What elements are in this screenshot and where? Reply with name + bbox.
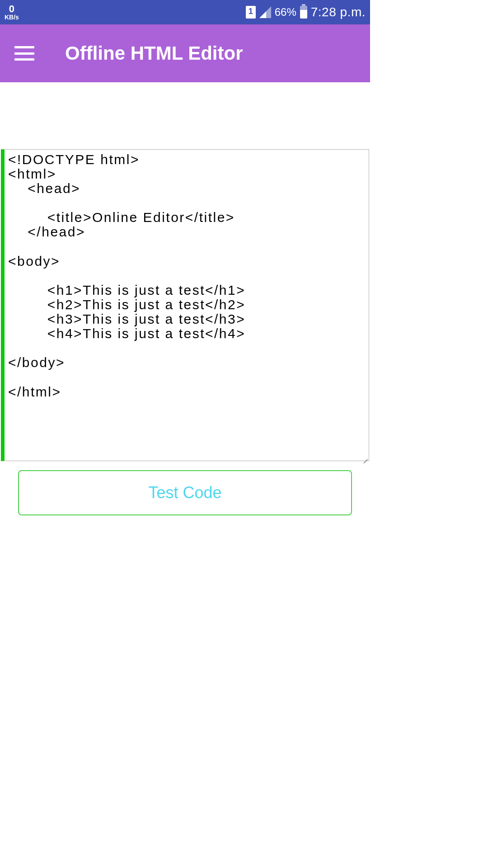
main-content: Test Code (0, 149, 370, 515)
test-code-button[interactable]: Test Code (18, 470, 352, 515)
resize-handle-icon[interactable] (362, 454, 368, 460)
signal-icon (259, 6, 271, 18)
network-speed-indicator: 0 KB/s (5, 4, 19, 20)
status-right-cluster: 66% 7:28 p.m. (246, 5, 366, 19)
sim-card-icon (246, 6, 256, 19)
speed-unit: KB/s (5, 14, 19, 20)
speed-value: 0 (9, 4, 14, 14)
app-bar: Offline HTML Editor (0, 24, 370, 82)
battery-percent: 66% (275, 6, 296, 19)
clock-time: 7:28 p.m. (311, 5, 366, 19)
app-title: Offline HTML Editor (65, 42, 243, 64)
code-editor-textarea[interactable] (5, 150, 369, 461)
status-bar: 0 KB/s 66% 7:28 p.m. (0, 0, 370, 24)
hamburger-menu-icon[interactable] (14, 46, 34, 61)
code-editor-container (1, 149, 369, 461)
battery-icon (300, 6, 307, 19)
